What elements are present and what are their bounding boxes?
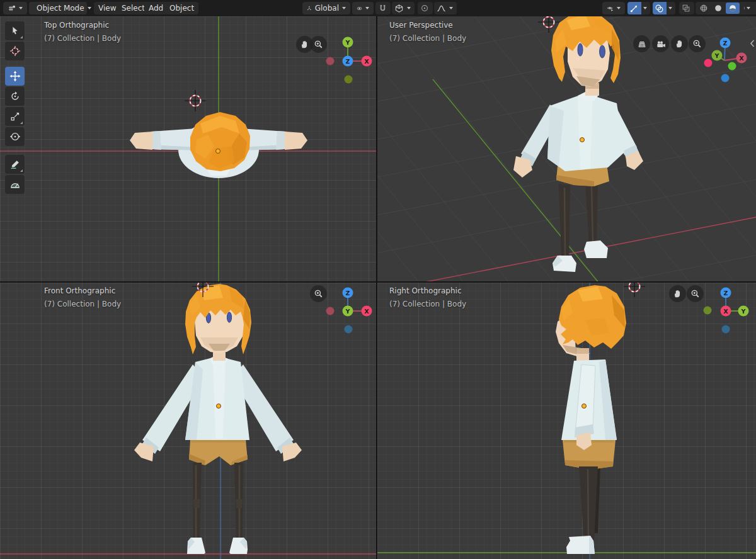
chevron-down-icon	[365, 7, 369, 9]
move-icon	[9, 71, 21, 82]
object-origin[interactable]	[216, 404, 221, 409]
object-origin[interactable]	[580, 137, 585, 142]
top-view-scene	[0, 16, 376, 281]
chevron-down-icon	[407, 7, 411, 9]
axis-neg-x-ball[interactable]	[326, 57, 335, 65]
shading-solid-button[interactable]	[711, 3, 725, 14]
svg-text:Y: Y	[345, 308, 350, 315]
axis-navigation-gizmo[interactable]: Z X Y	[703, 284, 753, 334]
tool-measure[interactable]	[5, 175, 25, 194]
overlays-dropdown[interactable]	[667, 2, 675, 14]
cursor-3d-tool-icon	[9, 45, 21, 57]
gizmos-icon	[629, 4, 639, 13]
viewport-right-orthographic[interactable]: Right Orthographic (7) Collection | Body…	[377, 283, 756, 559]
character-model-perspective[interactable]	[513, 16, 643, 272]
axis-neg-y-ball[interactable]	[345, 76, 353, 84]
svg-text:Z: Z	[724, 290, 728, 296]
object-origin[interactable]	[581, 404, 587, 409]
viewport-top-orthographic[interactable]: Top Orthographic (7) Collection | Body Y…	[0, 16, 376, 281]
sidebar-toggle[interactable]	[748, 37, 756, 50]
show-overlays-toggle[interactable]	[653, 2, 667, 14]
front-view-scene	[0, 283, 376, 559]
tool-rotate[interactable]	[5, 87, 25, 106]
shading-material-preview-button[interactable]	[726, 3, 740, 14]
show-gizmos-toggle[interactable]	[627, 2, 641, 14]
axis-neg-y-ball[interactable]	[728, 62, 736, 71]
proportional-editing-icon	[420, 4, 429, 13]
material-preview-sphere-icon	[728, 4, 737, 13]
shading-dropdown[interactable]	[745, 2, 753, 14]
tool-transform[interactable]	[5, 127, 25, 146]
transform-orientation-dropdown[interactable]: Global	[302, 2, 350, 14]
magnifier-plus-icon	[690, 289, 700, 298]
pan-view-button[interactable]	[669, 285, 686, 302]
axis-navigation-gizmo[interactable]: Z Y X	[700, 35, 754, 86]
axis-neg-z-ball[interactable]	[721, 74, 730, 82]
chevron-down-icon	[449, 7, 453, 9]
tool-cursor[interactable]	[5, 42, 25, 60]
tool-move[interactable]	[5, 67, 25, 86]
pivot-point-dropdown[interactable]	[352, 2, 374, 14]
menu-add[interactable]: Add	[144, 2, 168, 14]
falloff-curve-icon	[437, 4, 446, 13]
svg-text:Z: Z	[346, 58, 350, 65]
hand-right	[285, 132, 307, 150]
svg-text:X: X	[723, 308, 728, 315]
zoom-view-button[interactable]	[310, 285, 327, 302]
pan-view-button[interactable]	[671, 35, 688, 52]
character-model-front-view[interactable]	[134, 284, 302, 554]
zoom-view-button[interactable]	[310, 36, 327, 53]
axis-navigation-gizmo[interactable]: Z Y X	[325, 284, 375, 334]
mode-dropdown[interactable]: Object Mode	[29, 2, 87, 14]
svg-text:Z: Z	[723, 40, 728, 47]
right-view-scene	[377, 283, 756, 559]
top-header-bar: Object Mode View Select Add Object Globa…	[0, 0, 756, 16]
proportional-editing-toggle[interactable]	[418, 2, 433, 14]
character-model-right-view[interactable]	[556, 285, 626, 554]
transform-icon	[9, 131, 21, 142]
tool-select-tweak[interactable]	[5, 21, 25, 40]
chevron-down-icon	[668, 7, 672, 9]
camera-view-button[interactable]	[652, 35, 669, 52]
axis-neg-x-ball[interactable]	[326, 307, 335, 315]
xray-toggle[interactable]	[679, 2, 694, 14]
chevron-down-icon	[342, 7, 346, 9]
shading-wireframe-button[interactable]	[697, 3, 711, 14]
axis-neg-z-ball[interactable]	[722, 325, 730, 334]
scale-icon	[9, 111, 21, 122]
menu-object[interactable]: Object	[165, 2, 198, 14]
character-model-top-view[interactable]	[130, 112, 307, 178]
hand-icon	[675, 39, 684, 48]
editor-type-button[interactable]	[3, 2, 27, 14]
eye-right	[600, 45, 605, 58]
svg-text:Y: Y	[714, 52, 719, 59]
snap-target-dropdown[interactable]	[392, 2, 415, 14]
zoom-view-button[interactable]	[687, 285, 704, 302]
chevron-down-icon	[88, 7, 91, 9]
tool-annotate[interactable]	[5, 155, 25, 174]
tool-scale[interactable]	[5, 107, 25, 126]
object-origin[interactable]	[215, 149, 220, 154]
axis-neg-y-ball[interactable]	[704, 307, 712, 315]
chevron-left-icon	[749, 39, 755, 48]
viewport-front-orthographic[interactable]: Front Orthographic (7) Collection | Body…	[0, 283, 376, 559]
shoe-right	[584, 240, 608, 258]
subtool-indicator	[20, 121, 23, 124]
axis-navigation-gizmo[interactable]: Y Z X	[325, 35, 375, 85]
snap-toggle[interactable]	[375, 2, 391, 14]
axis-neg-z-ball[interactable]	[345, 325, 353, 334]
perspective-scene	[377, 16, 756, 281]
chevron-down-icon	[19, 7, 23, 9]
eye-left	[578, 43, 583, 56]
gizmos-dropdown[interactable]	[641, 2, 650, 14]
falloff-dropdown[interactable]	[434, 2, 457, 14]
axis-neg-x-ball[interactable]	[704, 59, 713, 67]
camera-icon	[656, 39, 666, 49]
hand-icon	[300, 40, 309, 49]
toggle-perspective-button[interactable]	[633, 35, 650, 52]
overlays-icon	[655, 4, 664, 13]
subtool-indicator	[20, 169, 23, 172]
magnifier-plus-icon	[314, 40, 323, 49]
object-visibility-dropdown[interactable]	[602, 2, 625, 14]
viewport-user-perspective[interactable]: User Perspective (7) Collection | Body	[377, 16, 756, 281]
